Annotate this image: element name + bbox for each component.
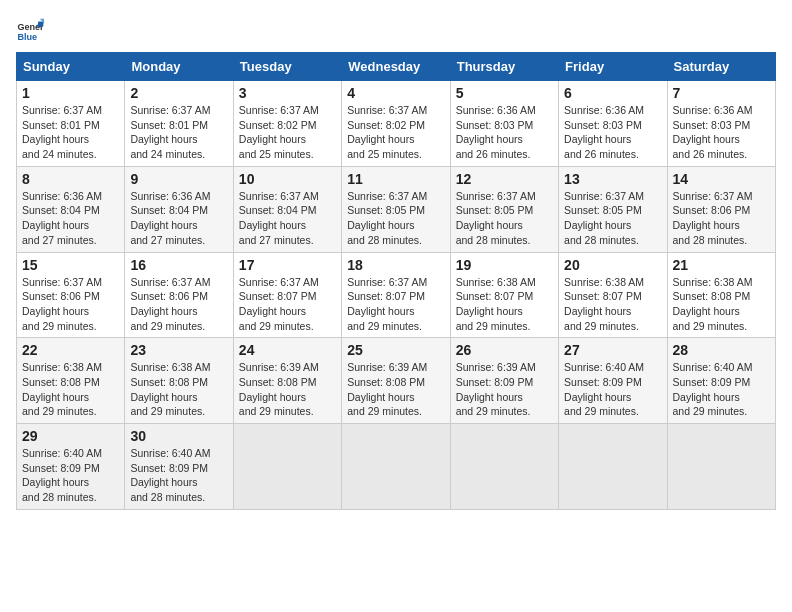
day-info: Sunrise: 6:37 AM Sunset: 8:05 PM Dayligh… [456,189,553,248]
calendar-cell: 24 Sunrise: 6:39 AM Sunset: 8:08 PM Dayl… [233,338,341,424]
day-info: Sunrise: 6:37 AM Sunset: 8:02 PM Dayligh… [347,103,444,162]
calendar-cell: 25 Sunrise: 6:39 AM Sunset: 8:08 PM Dayl… [342,338,450,424]
day-info: Sunrise: 6:38 AM Sunset: 8:08 PM Dayligh… [22,360,119,419]
day-number: 29 [22,428,119,444]
day-info: Sunrise: 6:37 AM Sunset: 8:06 PM Dayligh… [673,189,770,248]
calendar-week-row: 29 Sunrise: 6:40 AM Sunset: 8:09 PM Dayl… [17,424,776,510]
day-info: Sunrise: 6:37 AM Sunset: 8:04 PM Dayligh… [239,189,336,248]
day-number: 13 [564,171,661,187]
calendar-cell: 14 Sunrise: 6:37 AM Sunset: 8:06 PM Dayl… [667,166,775,252]
calendar-cell: 30 Sunrise: 6:40 AM Sunset: 8:09 PM Dayl… [125,424,233,510]
day-info: Sunrise: 6:40 AM Sunset: 8:09 PM Dayligh… [673,360,770,419]
day-number: 2 [130,85,227,101]
day-number: 5 [456,85,553,101]
day-info: Sunrise: 6:39 AM Sunset: 8:09 PM Dayligh… [456,360,553,419]
day-info: Sunrise: 6:38 AM Sunset: 8:07 PM Dayligh… [456,275,553,334]
calendar-cell: 20 Sunrise: 6:38 AM Sunset: 8:07 PM Dayl… [559,252,667,338]
calendar-cell [667,424,775,510]
day-number: 12 [456,171,553,187]
day-number: 24 [239,342,336,358]
day-info: Sunrise: 6:37 AM Sunset: 8:07 PM Dayligh… [239,275,336,334]
calendar-cell: 2 Sunrise: 6:37 AM Sunset: 8:01 PM Dayli… [125,81,233,167]
calendar-cell: 3 Sunrise: 6:37 AM Sunset: 8:02 PM Dayli… [233,81,341,167]
logo: General Blue [16,16,48,44]
day-info: Sunrise: 6:37 AM Sunset: 8:01 PM Dayligh… [130,103,227,162]
calendar-week-row: 8 Sunrise: 6:36 AM Sunset: 8:04 PM Dayli… [17,166,776,252]
calendar-week-row: 22 Sunrise: 6:38 AM Sunset: 8:08 PM Dayl… [17,338,776,424]
calendar-cell: 16 Sunrise: 6:37 AM Sunset: 8:06 PM Dayl… [125,252,233,338]
day-number: 23 [130,342,227,358]
calendar-cell: 18 Sunrise: 6:37 AM Sunset: 8:07 PM Dayl… [342,252,450,338]
calendar-cell: 13 Sunrise: 6:37 AM Sunset: 8:05 PM Dayl… [559,166,667,252]
day-number: 8 [22,171,119,187]
day-number: 17 [239,257,336,273]
calendar-cell: 6 Sunrise: 6:36 AM Sunset: 8:03 PM Dayli… [559,81,667,167]
day-number: 19 [456,257,553,273]
day-number: 4 [347,85,444,101]
day-info: Sunrise: 6:36 AM Sunset: 8:04 PM Dayligh… [130,189,227,248]
day-number: 1 [22,85,119,101]
day-number: 25 [347,342,444,358]
day-number: 9 [130,171,227,187]
header: General Blue [16,16,776,44]
weekday-header-sunday: Sunday [17,53,125,81]
day-info: Sunrise: 6:36 AM Sunset: 8:03 PM Dayligh… [564,103,661,162]
calendar-cell: 1 Sunrise: 6:37 AM Sunset: 8:01 PM Dayli… [17,81,125,167]
calendar-table: SundayMondayTuesdayWednesdayThursdayFrid… [16,52,776,510]
day-info: Sunrise: 6:37 AM Sunset: 8:06 PM Dayligh… [22,275,119,334]
day-number: 30 [130,428,227,444]
day-number: 22 [22,342,119,358]
day-number: 10 [239,171,336,187]
calendar-cell: 8 Sunrise: 6:36 AM Sunset: 8:04 PM Dayli… [17,166,125,252]
calendar-cell: 11 Sunrise: 6:37 AM Sunset: 8:05 PM Dayl… [342,166,450,252]
calendar-cell: 27 Sunrise: 6:40 AM Sunset: 8:09 PM Dayl… [559,338,667,424]
calendar-cell: 23 Sunrise: 6:38 AM Sunset: 8:08 PM Dayl… [125,338,233,424]
calendar-week-row: 1 Sunrise: 6:37 AM Sunset: 8:01 PM Dayli… [17,81,776,167]
day-number: 16 [130,257,227,273]
day-info: Sunrise: 6:36 AM Sunset: 8:03 PM Dayligh… [673,103,770,162]
calendar-cell: 28 Sunrise: 6:40 AM Sunset: 8:09 PM Dayl… [667,338,775,424]
weekday-header-saturday: Saturday [667,53,775,81]
calendar-cell [450,424,558,510]
day-info: Sunrise: 6:37 AM Sunset: 8:07 PM Dayligh… [347,275,444,334]
calendar-cell: 12 Sunrise: 6:37 AM Sunset: 8:05 PM Dayl… [450,166,558,252]
day-number: 21 [673,257,770,273]
day-number: 15 [22,257,119,273]
day-info: Sunrise: 6:39 AM Sunset: 8:08 PM Dayligh… [347,360,444,419]
day-info: Sunrise: 6:37 AM Sunset: 8:06 PM Dayligh… [130,275,227,334]
weekday-header-wednesday: Wednesday [342,53,450,81]
calendar-cell [233,424,341,510]
calendar-cell: 9 Sunrise: 6:36 AM Sunset: 8:04 PM Dayli… [125,166,233,252]
logo-icon: General Blue [16,16,44,44]
calendar-cell: 29 Sunrise: 6:40 AM Sunset: 8:09 PM Dayl… [17,424,125,510]
calendar-cell [559,424,667,510]
day-info: Sunrise: 6:38 AM Sunset: 8:08 PM Dayligh… [673,275,770,334]
calendar-header-row: SundayMondayTuesdayWednesdayThursdayFrid… [17,53,776,81]
day-info: Sunrise: 6:40 AM Sunset: 8:09 PM Dayligh… [130,446,227,505]
day-number: 11 [347,171,444,187]
day-number: 28 [673,342,770,358]
day-info: Sunrise: 6:37 AM Sunset: 8:05 PM Dayligh… [564,189,661,248]
day-info: Sunrise: 6:39 AM Sunset: 8:08 PM Dayligh… [239,360,336,419]
calendar-cell: 17 Sunrise: 6:37 AM Sunset: 8:07 PM Dayl… [233,252,341,338]
svg-text:Blue: Blue [17,32,37,42]
day-number: 6 [564,85,661,101]
day-info: Sunrise: 6:37 AM Sunset: 8:05 PM Dayligh… [347,189,444,248]
calendar-cell: 4 Sunrise: 6:37 AM Sunset: 8:02 PM Dayli… [342,81,450,167]
calendar-cell: 19 Sunrise: 6:38 AM Sunset: 8:07 PM Dayl… [450,252,558,338]
calendar-cell [342,424,450,510]
day-info: Sunrise: 6:37 AM Sunset: 8:02 PM Dayligh… [239,103,336,162]
day-info: Sunrise: 6:38 AM Sunset: 8:08 PM Dayligh… [130,360,227,419]
calendar-cell: 5 Sunrise: 6:36 AM Sunset: 8:03 PM Dayli… [450,81,558,167]
day-info: Sunrise: 6:37 AM Sunset: 8:01 PM Dayligh… [22,103,119,162]
day-info: Sunrise: 6:38 AM Sunset: 8:07 PM Dayligh… [564,275,661,334]
day-info: Sunrise: 6:40 AM Sunset: 8:09 PM Dayligh… [22,446,119,505]
calendar-cell: 15 Sunrise: 6:37 AM Sunset: 8:06 PM Dayl… [17,252,125,338]
calendar-cell: 10 Sunrise: 6:37 AM Sunset: 8:04 PM Dayl… [233,166,341,252]
day-number: 14 [673,171,770,187]
day-info: Sunrise: 6:36 AM Sunset: 8:03 PM Dayligh… [456,103,553,162]
calendar-cell: 26 Sunrise: 6:39 AM Sunset: 8:09 PM Dayl… [450,338,558,424]
calendar-cell: 7 Sunrise: 6:36 AM Sunset: 8:03 PM Dayli… [667,81,775,167]
day-number: 20 [564,257,661,273]
day-number: 3 [239,85,336,101]
